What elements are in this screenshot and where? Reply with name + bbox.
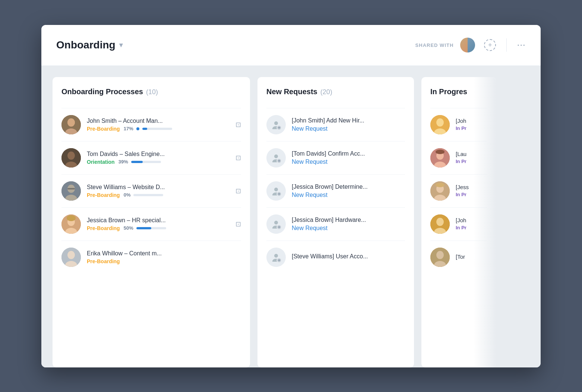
avatar [430, 248, 450, 267]
page-title: Onboarding [56, 39, 116, 51]
avatar-placeholder [266, 214, 286, 234]
item-name: [John Smith] Add New Hir... [292, 117, 405, 124]
status-label: Orientation [87, 159, 115, 165]
progress-bar [133, 194, 163, 196]
item-name: Erika Whillow – Content m... [87, 250, 241, 257]
avatar [459, 37, 476, 53]
avatar-placeholder [266, 181, 286, 201]
svg-point-16 [67, 251, 75, 259]
avatar [61, 115, 81, 134]
list-item[interactable]: Jessica Brown – HR special... Pre-Boardi… [61, 207, 241, 240]
item-name: John Smith – Account Man... [87, 118, 230, 124]
avatar [430, 115, 450, 134]
list-item[interactable]: [Lau In Pr [430, 141, 487, 174]
item-name: [Jess [456, 184, 487, 190]
item-info: [Tom Davids] Confirm Acc... New Request [292, 150, 405, 165]
item-name: [Lau [456, 151, 487, 157]
list-item[interactable]: [Jess In Pr [430, 174, 487, 207]
avatar-left [460, 38, 468, 52]
status-label: New Request [292, 192, 328, 198]
item-info: [Joh In Pr [456, 217, 487, 231]
link-icon[interactable]: ⊡ [235, 187, 241, 195]
item-name: [Joh [456, 118, 487, 124]
column-title-onboarding: Onboarding Processes [61, 87, 143, 96]
onboarding-processes-column: Onboarding Processes (10) John [53, 77, 250, 367]
progress-group: 0% [124, 192, 164, 198]
list-item[interactable]: [Joh In Pr [430, 108, 487, 141]
avatar-right [468, 38, 475, 52]
svg-point-44 [436, 150, 445, 154]
list-item[interactable]: John Smith – Account Man... Pre-Boarding… [61, 108, 241, 141]
chevron-down-icon[interactable]: ▾ [119, 41, 123, 49]
avatar [61, 181, 81, 201]
shared-avatars [459, 37, 476, 53]
progress-group: 17% [124, 126, 172, 131]
item-info: Tom Davids – Sales Engine... Orientation… [87, 151, 230, 165]
list-item[interactable]: Erika Whillow – Content m... Pre-Boardin… [61, 240, 241, 274]
svg-point-18 [274, 121, 278, 125]
item-name: Tom Davids – Sales Engine... [87, 151, 230, 157]
status-label: Pre-Boarding [87, 225, 120, 231]
item-info: [Steve Williams] User Acco... [292, 253, 405, 261]
item-info: Erika Whillow – Content m... Pre-Boardin… [87, 250, 241, 264]
svg-point-34 [274, 254, 278, 258]
item-name: Jessica Brown – HR special... [87, 217, 230, 224]
list-item[interactable]: Steve Williams – Website D... Pre-Boardi… [61, 174, 241, 207]
item-info: [Jessica Brown] Determine... New Request [292, 184, 405, 198]
column-title-new-requests: New Requests [266, 87, 317, 96]
list-item[interactable]: [John Smith] Add New Hir... New Request [266, 108, 405, 141]
item-name: [Steve Williams] User Acco... [292, 253, 405, 260]
list-item[interactable]: Tom Davids – Sales Engine... Orientation… [61, 141, 241, 174]
progress-bar [142, 128, 172, 130]
item-name: [Jessica Brown] Determine... [292, 184, 405, 190]
link-icon[interactable]: ⊡ [235, 121, 241, 129]
link-icon[interactable]: ⊡ [235, 154, 241, 162]
list-item[interactable]: [Jessica Brown] Hardware... New Request [266, 207, 405, 240]
item-status: New Request [292, 225, 405, 232]
item-name: [Tor [456, 254, 487, 260]
item-name: [Jessica Brown] Hardware... [292, 217, 405, 223]
svg-point-50 [436, 218, 444, 226]
item-status: Pre-Boarding [87, 258, 241, 264]
progress-bar [131, 161, 161, 163]
list-item[interactable]: [Joh In Pr [430, 207, 487, 240]
status-label: New Request [292, 159, 328, 165]
progress-fill [131, 161, 143, 163]
header: Onboarding ▾ SHARED WITH + ··· [41, 25, 541, 66]
list-item[interactable]: [Jessica Brown] Determine... New Request [266, 174, 405, 207]
column-title-in-progress: In Progres [430, 87, 467, 96]
item-info: Steve Williams – Website D... Pre-Boardi… [87, 184, 230, 198]
more-options-button[interactable]: ··· [517, 41, 526, 50]
svg-point-48 [436, 183, 445, 187]
progress-dot [136, 127, 139, 130]
svg-point-14 [67, 215, 76, 221]
svg-point-53 [436, 251, 444, 259]
item-info: John Smith – Account Man... Pre-Boarding… [87, 118, 230, 132]
svg-point-3 [67, 118, 75, 127]
status-label: Pre-Boarding [87, 258, 120, 264]
list-item[interactable]: [Tom Davids] Confirm Acc... New Request [266, 141, 405, 174]
main-content: Onboarding Processes (10) John [41, 66, 541, 367]
shared-with-label: SHARED WITH [415, 42, 454, 48]
list-item[interactable]: [Tor [430, 240, 487, 274]
column-count-new-requests: (20) [320, 88, 332, 96]
column-header-new-requests: New Requests (20) [266, 87, 405, 101]
avatar [430, 214, 450, 234]
avatar-placeholder [266, 148, 286, 168]
item-status: New Request [292, 159, 405, 165]
header-divider [506, 38, 507, 52]
status-label: Pre-Boarding [87, 126, 120, 132]
link-icon[interactable]: ⊡ [235, 220, 241, 228]
item-status: New Request [292, 192, 405, 198]
svg-point-5 [67, 152, 75, 160]
item-status: Pre-Boarding 0% [87, 192, 230, 198]
status-label: Pre-Boarding [87, 192, 120, 198]
progress-fill [142, 128, 148, 130]
progress-percent: 50% [124, 225, 133, 231]
list-item[interactable]: [Steve Williams] User Acco... [266, 240, 405, 274]
new-requests-column: New Requests (20) [257, 77, 414, 367]
svg-rect-10 [67, 188, 75, 189]
add-shared-button[interactable]: + [484, 39, 496, 51]
svg-point-30 [274, 221, 278, 224]
item-status: Orientation 39% [87, 159, 230, 165]
